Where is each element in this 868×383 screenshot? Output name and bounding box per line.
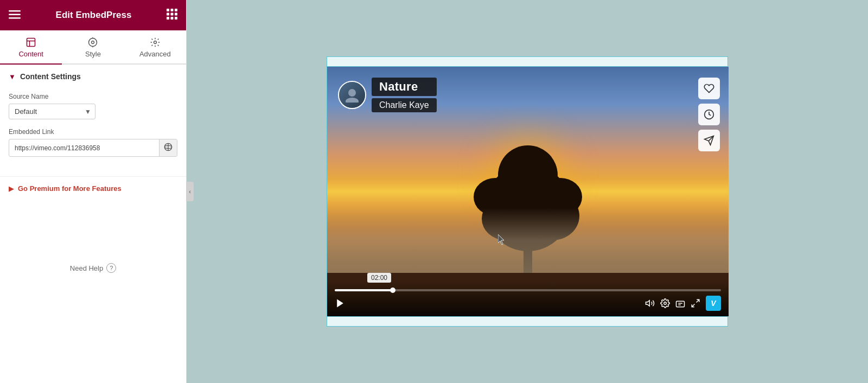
progress-bar[interactable] [335,289,721,291]
svg-rect-12 [27,39,35,47]
svg-rect-0 [9,10,21,12]
svg-rect-9 [167,17,169,20]
need-help-label: Need Help [70,264,103,272]
vimeo-title-box: Nature Charlie Kaye [338,78,437,112]
svg-point-19 [154,41,156,44]
video-author: Charlie Kaye [372,98,437,112]
progress-fill [335,289,393,291]
embedded-link-wrapper [9,139,177,157]
embedded-link-label: Embedded Link [9,128,177,136]
sidebar: Edit EmbedPress Content Style Advanced [0,0,187,383]
svg-rect-6 [167,13,169,16]
section-title: Content Settings [20,72,81,81]
tab-advanced[interactable]: Advanced [124,30,186,63]
svg-point-15 [92,41,94,44]
svg-rect-37 [676,301,685,307]
video-top-bar [327,57,727,67]
sidebar-content: ▼ Content Settings Source Name Default ▼ [0,65,186,383]
svg-point-30 [346,98,359,103]
vimeo-title-text: Nature Charlie Kaye [372,78,437,112]
svg-marker-35 [646,301,650,307]
svg-point-36 [664,302,667,305]
video-container: Nature Charlie Kaye 02:00 [327,56,728,327]
content-settings-section: ▼ Content Settings Source Name Default ▼ [0,65,186,176]
controls-row: V [335,296,721,311]
canvas: Nature Charlie Kaye 02:00 [187,0,868,383]
captions-button[interactable] [675,298,685,308]
svg-rect-10 [170,17,173,20]
fullscreen-button[interactable] [691,298,700,308]
vimeo-actions [698,78,720,151]
grid-icon[interactable] [167,9,177,22]
page-title: Edit EmbedPress [56,10,132,21]
source-name-label: Source Name [9,93,177,100]
source-name-field: Source Name Default ▼ [9,93,177,119]
svg-line-38 [697,299,699,302]
svg-rect-3 [167,9,169,11]
volume-button[interactable] [645,298,655,308]
play-button[interactable] [335,298,346,309]
settings-button[interactable] [660,298,670,308]
video-frame: Nature Charlie Kaye 02:00 [327,67,729,316]
sidebar-header: Edit EmbedPress [0,0,186,30]
progress-wrapper: 02:00 [335,289,721,291]
like-button[interactable] [698,78,720,99]
video-fog [327,208,729,273]
svg-rect-4 [170,9,173,11]
premium-label: Go Premium for More Features [18,184,122,193]
svg-point-29 [348,89,356,97]
sidebar-tabs: Content Style Advanced [0,30,186,65]
video-bottom-bar [327,316,727,326]
premium-arrow-icon: ▶ [9,185,14,193]
content-settings-header[interactable]: ▼ Content Settings [0,65,186,88]
collapse-handle[interactable]: ‹ [186,182,194,201]
need-help-section: Need Help ? [0,254,186,282]
premium-section[interactable]: ▶ Go Premium for More Features [0,176,186,200]
watch-later-button[interactable] [698,104,720,125]
embedded-link-field: Embedded Link [9,128,177,157]
svg-rect-1 [9,14,21,15]
vimeo-logo[interactable]: V [706,296,721,311]
section-arrow-icon: ▼ [9,73,16,81]
avatar-inner [339,82,365,108]
section-body: Source Name Default ▼ Embedded Link [0,88,186,176]
vimeo-controls: 02:00 [327,283,729,316]
svg-point-16 [89,39,97,47]
video-title: Nature [372,78,437,96]
source-name-select[interactable]: Default [9,104,95,119]
embedded-link-action-button[interactable] [159,139,177,156]
help-icon[interactable]: ? [106,263,116,273]
share-button[interactable] [698,130,720,151]
embedded-link-input[interactable] [9,141,159,156]
source-name-select-wrapper: Default ▼ [9,104,95,119]
svg-rect-5 [175,9,177,11]
time-tooltip: 02:00 [367,273,391,283]
svg-rect-7 [170,13,173,16]
svg-marker-34 [337,299,343,308]
svg-rect-11 [175,17,177,20]
vimeo-avatar [338,81,366,109]
tab-style[interactable]: Style [62,30,124,63]
svg-rect-8 [175,13,177,16]
svg-rect-2 [9,17,21,19]
progress-dot [390,288,395,293]
tab-content[interactable]: Content [0,30,62,63]
svg-line-39 [692,304,694,307]
menu-icon[interactable] [9,9,21,22]
